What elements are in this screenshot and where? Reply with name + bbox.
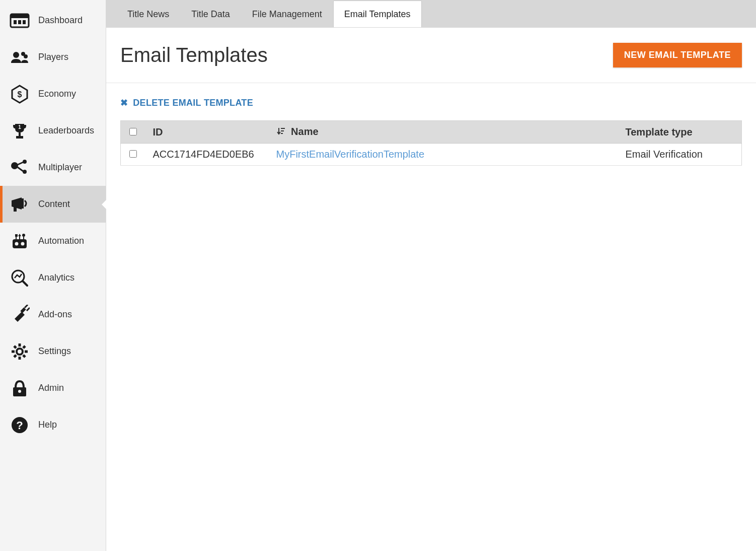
page-header: Email Templates NEW EMAIL TEMPLATE [106,28,756,83]
help-icon: ? [9,414,31,436]
content-body: ✖ DELETE EMAIL TEMPLATE ID Name Templ [106,83,756,180]
row-checkbox[interactable] [129,150,137,158]
sidebar-label-addons: Add-ons [38,309,72,320]
svg-rect-18 [22,198,24,209]
svg-text:$: $ [18,90,22,99]
addons-icon [9,304,31,326]
sort-icon [276,126,285,138]
svg-rect-1 [14,20,17,24]
multiplayer-icon [9,157,31,179]
sidebar: Dashboard Players $ Economy 1 Leaderboar… [0,0,106,551]
analytics-icon [9,267,31,289]
sidebar-label-multiplayer: Multiplayer [38,162,82,173]
svg-rect-10 [19,132,21,136]
content-icon [9,193,31,216]
svg-line-17 [18,167,23,171]
svg-rect-31 [20,307,26,313]
tab-title-news[interactable]: Title News [116,1,180,27]
tab-file-management[interactable]: File Management [241,1,333,27]
header-type[interactable]: Template type [619,121,742,144]
header-checkbox-cell [121,121,146,144]
sidebar-label-settings: Settings [38,346,71,357]
template-name-link[interactable]: MyFirstEmailVerificationTemplate [276,149,425,160]
svg-rect-19 [14,206,17,212]
svg-rect-3 [23,20,26,24]
svg-line-40 [23,355,25,357]
economy-icon: $ [9,83,31,105]
svg-rect-23 [15,234,18,237]
sidebar-item-players[interactable]: Players [0,39,106,76]
page-title: Email Templates [120,44,268,66]
main-content: Title News Title Data File Management Em… [106,0,756,551]
sidebar-label-help: Help [38,420,57,430]
sidebar-label-economy: Economy [38,89,76,99]
svg-point-22 [21,242,25,245]
svg-point-5 [13,52,19,58]
header-id[interactable]: ID [146,121,269,144]
svg-text:1: 1 [18,124,21,130]
svg-line-33 [27,308,30,311]
svg-point-14 [23,160,27,164]
delete-action-label: DELETE EMAIL TEMPLATE [133,98,253,108]
header-name[interactable]: Name [269,121,619,144]
svg-point-21 [15,242,19,245]
tab-title-data[interactable]: Title Data [180,1,241,27]
sidebar-item-dashboard[interactable]: Dashboard [0,2,106,39]
svg-point-34 [17,349,23,355]
sidebar-item-multiplayer[interactable]: Multiplayer [0,149,106,186]
select-all-checkbox[interactable] [129,128,137,135]
automation-icon [9,230,31,252]
sidebar-label-analytics: Analytics [38,272,74,283]
svg-line-16 [18,162,23,165]
settings-icon [9,340,31,363]
sidebar-label-leaderboards: Leaderboards [38,125,94,136]
tabs-bar: Title News Title Data File Management Em… [106,0,756,28]
sidebar-item-content[interactable]: Content [0,186,106,223]
row-type: Email Verification [619,144,742,166]
sidebar-item-leaderboards[interactable]: 1 Leaderboards [0,112,106,149]
svg-line-41 [23,346,25,348]
sidebar-label-automation: Automation [38,236,84,246]
close-icon: ✖ [120,97,128,108]
sidebar-label-dashboard: Dashboard [38,15,83,26]
svg-line-30 [23,281,27,286]
row-id: ACC1714FD4ED0EB6 [146,144,269,166]
sidebar-item-automation[interactable]: Automation [0,223,106,259]
tab-email-templates[interactable]: Email Templates [333,1,422,27]
sidebar-label-players: Players [38,52,68,62]
svg-point-15 [23,170,27,174]
header-name-text: Name [291,126,318,137]
sidebar-label-content: Content [38,199,70,210]
delete-email-template-link[interactable]: ✖ DELETE EMAIL TEMPLATE [120,97,253,108]
svg-marker-24 [18,234,21,236]
leaderboards-icon: 1 [9,120,31,142]
svg-point-44 [18,390,21,393]
admin-icon [9,377,31,399]
sidebar-item-admin[interactable]: Admin [0,370,106,406]
row-name-cell: MyFirstEmailVerificationTemplate [269,144,619,166]
new-email-template-button[interactable]: NEW EMAIL TEMPLATE [613,43,742,67]
svg-rect-2 [18,20,21,24]
templates-table: ID Name Template type ACC1714FD4ED0EB6 [120,120,742,166]
table-header-row: ID Name Template type [121,121,742,144]
svg-line-32 [25,305,28,308]
svg-rect-4 [11,14,29,18]
sidebar-label-admin: Admin [38,383,64,393]
svg-point-13 [11,162,18,169]
players-icon [9,46,31,68]
svg-text:?: ? [16,419,23,432]
svg-point-7 [24,54,28,58]
row-checkbox-cell [121,144,146,166]
svg-rect-20 [13,239,27,248]
svg-line-42 [14,355,16,357]
sidebar-item-economy[interactable]: $ Economy [0,76,106,112]
svg-point-25 [22,234,25,237]
sidebar-item-analytics[interactable]: Analytics [0,259,106,296]
sidebar-item-settings[interactable]: Settings [0,333,106,370]
svg-rect-11 [16,136,23,139]
sidebar-item-help[interactable]: ? Help [0,406,106,443]
dashboard-icon [9,10,31,32]
table-row: ACC1714FD4ED0EB6 MyFirstEmailVerificatio… [121,144,742,166]
svg-line-39 [14,346,16,348]
sidebar-item-addons[interactable]: Add-ons [0,296,106,333]
